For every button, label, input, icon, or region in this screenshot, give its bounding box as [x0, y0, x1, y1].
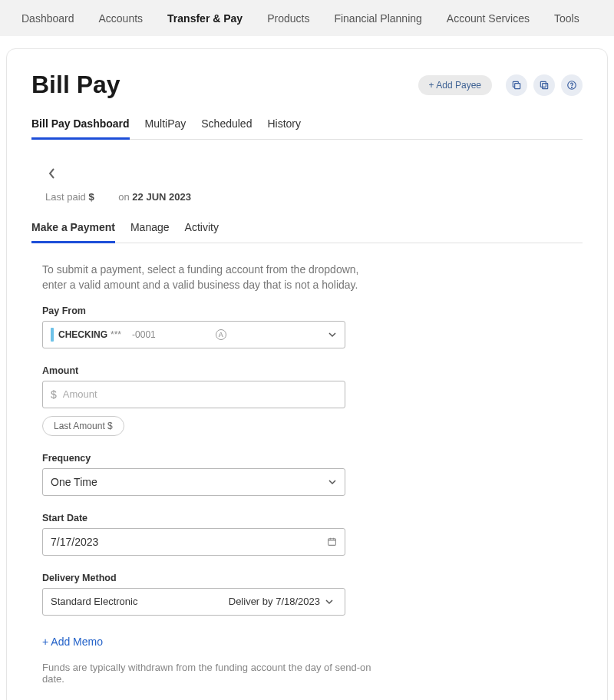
tab-billpay-dashboard[interactable]: Bill Pay Dashboard	[31, 111, 130, 140]
last-paid-on: on 22 JUN 2023	[118, 191, 191, 203]
field-amount: Amount $ Last Amount $	[42, 365, 374, 436]
svg-rect-5	[328, 539, 336, 546]
topnav-tools[interactable]: Tools	[554, 12, 579, 25]
tab-manage[interactable]: Manage	[130, 215, 170, 243]
delivery-by-text: Deliver by 7/18/2023	[229, 596, 334, 607]
account-color-stripe	[51, 328, 54, 342]
topnav-transfer-pay[interactable]: Transfer & Pay	[167, 12, 243, 25]
topnav-financial-planning[interactable]: Financial Planning	[334, 12, 421, 25]
last-paid-date: 22 JUN 2023	[132, 191, 191, 203]
form-instructions: To submit a payment, select a funding ac…	[42, 262, 374, 293]
delivery-method-select[interactable]: Standard Electronic Deliver by 7/18/2023	[42, 588, 345, 616]
pay-from-select[interactable]: CHECKING *** -0001 A	[42, 321, 345, 348]
back-row	[31, 155, 583, 191]
frequency-value: One Time	[51, 476, 97, 488]
last-amount-button[interactable]: Last Amount $	[42, 416, 124, 436]
main-card: Bill Pay + Add Payee Bill Pay Dashboard	[6, 48, 608, 700]
pay-from-label: Pay From	[42, 305, 374, 316]
page-title: Bill Pay	[31, 71, 120, 99]
help-icon-button[interactable]	[561, 74, 583, 96]
field-start-date: Start Date 7/17/2023	[42, 513, 374, 556]
last-paid-row: Last paid $ on 22 JUN 2023	[31, 191, 583, 215]
amount-label: Amount	[42, 365, 374, 376]
top-nav: Dashboard Accounts Transfer & Pay Produc…	[0, 0, 614, 36]
delivery-by-date: Deliver by 7/18/2023	[229, 596, 320, 607]
duplicate-icon	[539, 80, 550, 91]
last-paid-amount: $	[88, 191, 94, 203]
account-name: CHECKING	[58, 329, 107, 340]
field-pay-from: Pay From CHECKING *** -0001 A	[42, 305, 374, 348]
add-payee-button[interactable]: + Add Payee	[418, 75, 492, 95]
chevron-down-icon	[325, 597, 334, 606]
tabs-secondary: Make a Payment Manage Activity	[31, 215, 583, 243]
account-mask: ***	[111, 329, 121, 340]
tab-multipay[interactable]: MultiPay	[145, 111, 187, 139]
tab-make-payment[interactable]: Make a Payment	[31, 215, 115, 243]
last-paid-label: Last paid	[45, 191, 86, 203]
field-delivery-method: Delivery Method Standard Electronic Deli…	[42, 573, 374, 616]
help-icon	[566, 80, 577, 91]
payment-form: To submit a payment, select a funding ac…	[31, 262, 385, 700]
tab-activity[interactable]: Activity	[185, 215, 219, 243]
header-row: Bill Pay + Add Payee	[31, 71, 583, 99]
last-paid-on-prefix: on	[118, 191, 129, 203]
chevron-down-icon	[328, 477, 337, 487]
topnav-accounts[interactable]: Accounts	[99, 12, 144, 25]
add-memo-link[interactable]: + Add Memo	[42, 636, 103, 648]
svg-rect-2	[543, 83, 548, 88]
copy-icon-button[interactable]	[506, 74, 527, 96]
frequency-label: Frequency	[42, 453, 374, 464]
tab-scheduled[interactable]: Scheduled	[201, 111, 252, 139]
delivery-method-value: Standard Electronic	[51, 596, 137, 607]
topnav-account-services[interactable]: Account Services	[447, 12, 530, 25]
start-date-value: 7/17/2023	[51, 536, 98, 548]
copy-icon	[511, 80, 522, 91]
withdraw-note: Funds are typically withdrawn from the f…	[42, 662, 374, 685]
amount-input-wrapper[interactable]: $	[42, 381, 345, 408]
svg-rect-1	[540, 81, 546, 87]
topnav-dashboard[interactable]: Dashboard	[21, 12, 74, 25]
start-date-input[interactable]: 7/17/2023	[42, 528, 345, 556]
header-actions: + Add Payee	[418, 74, 583, 96]
duplicate-icon-button[interactable]	[533, 74, 555, 96]
account-type-badge: A	[216, 329, 226, 340]
calendar-icon	[327, 537, 337, 546]
topnav-products[interactable]: Products	[267, 12, 309, 25]
back-chevron-icon[interactable]	[45, 164, 59, 183]
svg-rect-0	[515, 83, 520, 88]
svg-point-4	[572, 87, 573, 88]
frequency-select[interactable]: One Time	[42, 468, 345, 496]
start-date-label: Start Date	[42, 513, 374, 523]
amount-input[interactable]	[63, 388, 337, 400]
field-frequency: Frequency One Time	[42, 453, 374, 496]
dollar-sign: $	[51, 388, 57, 401]
chevron-down-icon	[328, 330, 337, 339]
tab-history[interactable]: History	[267, 111, 301, 139]
delivery-method-label: Delivery Method	[42, 573, 374, 583]
tabs-primary: Bill Pay Dashboard MultiPay Scheduled Hi…	[31, 111, 583, 140]
account-last4: -0001	[132, 329, 156, 340]
